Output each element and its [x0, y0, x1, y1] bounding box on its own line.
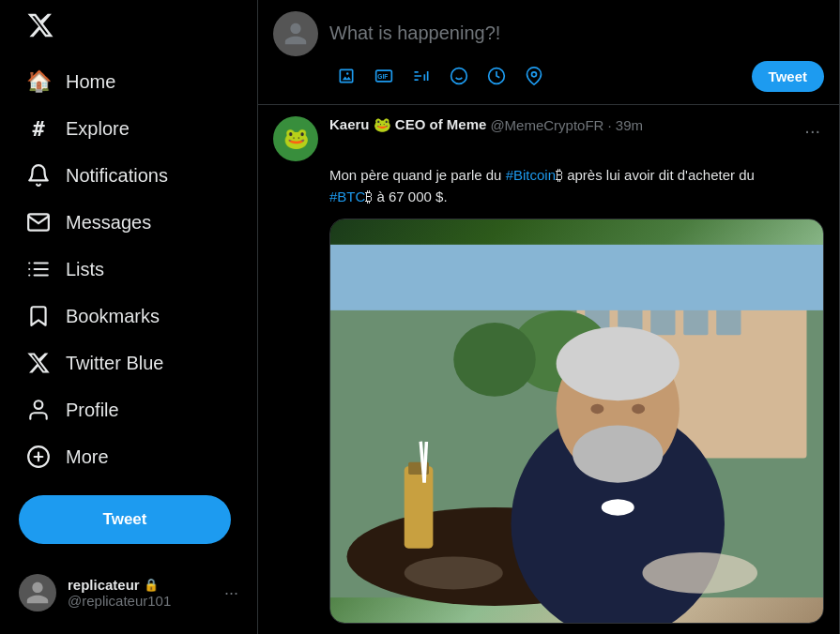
svg-point-40: [643, 552, 758, 594]
more-icon: [26, 445, 51, 469]
avatar: [19, 574, 56, 611]
account-name: replicateur 🔒: [68, 577, 213, 593]
svg-point-36: [573, 425, 663, 482]
compose-toolbar: GIF: [329, 59, 824, 93]
sidebar-item-label: Lists: [66, 259, 104, 280]
compose-avatar: [273, 11, 318, 56]
tweet-button[interactable]: Tweet: [19, 495, 231, 544]
compose-right: What is happening?! GIF: [329, 11, 824, 93]
compose-area: What is happening?! GIF: [258, 0, 839, 105]
compose-input[interactable]: What is happening?!: [329, 11, 824, 52]
x-logo-icon: [26, 11, 54, 39]
svg-point-37: [590, 404, 603, 415]
schedule-tool[interactable]: [480, 59, 513, 93]
tweet-image[interactable]: [329, 219, 824, 624]
account-info: replicateur 🔒 @replicateur101: [68, 577, 213, 609]
svg-point-16: [532, 72, 537, 77]
sidebar-item-label: Home: [66, 71, 115, 93]
tweet-photo-svg: [330, 219, 823, 623]
tweet-author-name: Kaeru 🐸 CEO of Meme: [329, 116, 486, 133]
sidebar-item-bookmarks[interactable]: Bookmarks: [11, 293, 246, 340]
tweet-submit-button[interactable]: Tweet: [752, 61, 824, 92]
messages-icon: [26, 210, 51, 234]
svg-rect-27: [330, 245, 823, 310]
tweet-body: Mon père quand je parle du #Bitcoin₿ apr…: [329, 165, 824, 207]
tweet-time: · 39m: [607, 117, 643, 133]
sidebar-item-label: Twitter Blue: [66, 353, 163, 374]
sidebar-item-twitter-blue[interactable]: Twitter Blue: [11, 340, 246, 386]
main-content: What is happening?! GIF: [258, 0, 840, 634]
svg-rect-29: [405, 466, 434, 549]
tweet-header: 🐸 Kaeru 🐸 CEO of Meme @MemeCryptoFR · 39…: [273, 116, 824, 161]
tweet-hashtag1[interactable]: #Bitcoin: [506, 167, 556, 183]
bell-icon: [26, 163, 51, 188]
tweet-more-button[interactable]: ···: [801, 116, 824, 145]
tweet-text-prefix: Mon père quand je parle du: [329, 167, 506, 183]
poll-tool[interactable]: [405, 59, 438, 93]
profile-icon: [26, 398, 51, 422]
sidebar-logo[interactable]: [11, 0, 246, 54]
sidebar-item-label: Notifications: [66, 165, 168, 187]
sidebar: 🏠 Home # Explore Notifications Messages: [0, 0, 258, 634]
tweet-hashtag2[interactable]: #BTC: [329, 189, 365, 204]
image-tool[interactable]: [329, 59, 363, 93]
svg-point-39: [602, 499, 634, 516]
bookmark-icon: [26, 304, 51, 328]
sidebar-item-label: Messages: [66, 212, 151, 234]
sidebar-item-label: Explore: [66, 118, 130, 140]
tweet-bitcoin-emoji: ₿: [556, 167, 563, 183]
sidebar-item-home[interactable]: 🏠 Home: [11, 58, 246, 105]
svg-point-38: [632, 404, 645, 415]
sidebar-item-messages[interactable]: Messages: [11, 199, 246, 246]
sidebar-item-label: More: [66, 446, 109, 468]
twitter-blue-icon: [26, 351, 51, 375]
svg-point-41: [405, 556, 503, 589]
sidebar-item-label: Bookmarks: [66, 306, 160, 327]
sidebar-nav: 🏠 Home # Explore Notifications Messages: [11, 58, 246, 480]
svg-point-25: [453, 323, 536, 397]
sidebar-item-profile[interactable]: Profile: [11, 386, 246, 433]
gif-tool[interactable]: GIF: [367, 59, 401, 93]
svg-point-35: [557, 326, 680, 400]
sidebar-item-more[interactable]: More: [11, 433, 246, 480]
lists-icon: [26, 257, 51, 281]
location-tool[interactable]: [517, 59, 551, 93]
lock-icon: 🔒: [144, 578, 159, 592]
home-icon: 🏠: [26, 69, 51, 94]
svg-point-12: [451, 68, 467, 84]
account-more-button[interactable]: ···: [224, 583, 238, 603]
compose-tools: GIF: [329, 59, 551, 93]
tweet-text-suffix: à 67 000 $.: [373, 189, 447, 204]
sidebar-item-explore[interactable]: # Explore: [11, 105, 246, 152]
tweet-avatar[interactable]: 🐸: [273, 116, 318, 161]
sidebar-account[interactable]: replicateur 🔒 @replicateur101 ···: [4, 563, 253, 623]
svg-point-6: [35, 400, 43, 409]
sidebar-item-label: Profile: [66, 400, 119, 421]
sidebar-item-notifications[interactable]: Notifications: [11, 152, 246, 199]
tweet-photo: [330, 219, 823, 623]
tweet-text-middle: après lui avoir dit d'acheter du: [563, 167, 755, 183]
tweet-card: 🐸 Kaeru 🐸 CEO of Meme @MemeCryptoFR · 39…: [258, 105, 839, 634]
tweet-author-handle: @MemeCryptoFR: [490, 117, 603, 133]
tweet-meta: Kaeru 🐸 CEO of Meme @MemeCryptoFR · 39m: [329, 116, 789, 133]
explore-icon: #: [26, 116, 51, 141]
sidebar-item-lists[interactable]: Lists: [11, 246, 246, 293]
account-handle: @replicateur101: [68, 593, 213, 609]
svg-text:GIF: GIF: [377, 73, 388, 80]
emoji-tool[interactable]: [442, 59, 476, 93]
